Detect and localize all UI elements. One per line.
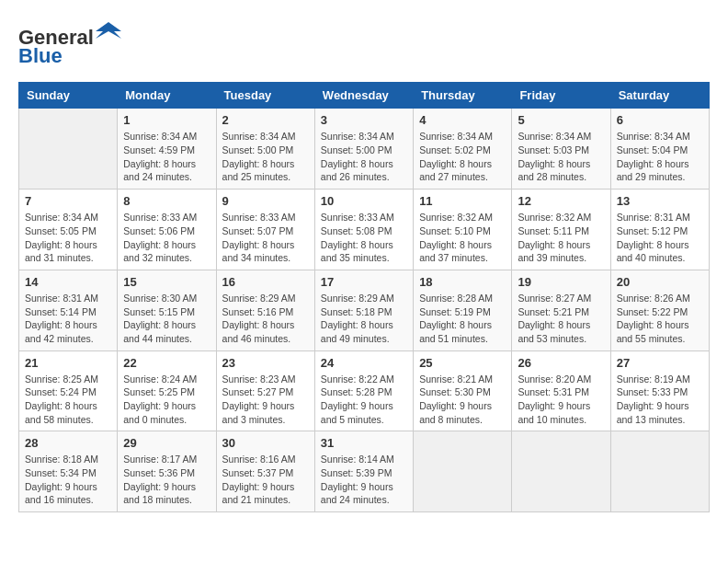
weekday-header-thursday: Thursday — [414, 83, 512, 109]
calendar-cell: 21Sunrise: 8:25 AMSunset: 5:24 PMDayligh… — [19, 350, 118, 431]
cell-content: Sunrise: 8:34 AMSunset: 4:59 PMDaylight:… — [123, 130, 210, 184]
calendar-cell: 17Sunrise: 8:29 AMSunset: 5:18 PMDayligh… — [314, 270, 413, 350]
calendar-cell: 13Sunrise: 8:31 AMSunset: 5:12 PMDayligh… — [610, 190, 709, 270]
cell-content: Sunrise: 8:17 AMSunset: 5:36 PMDaylight:… — [123, 453, 210, 507]
calendar-week-3: 14Sunrise: 8:31 AMSunset: 5:14 PMDayligh… — [19, 270, 710, 350]
cell-content: Sunrise: 8:19 AMSunset: 5:33 PMDaylight:… — [617, 373, 703, 427]
calendar-week-2: 7Sunrise: 8:34 AMSunset: 5:05 PMDaylight… — [19, 190, 710, 270]
page-header: General Blue — [18, 18, 710, 67]
day-number: 10 — [321, 194, 407, 208]
calendar-cell: 25Sunrise: 8:21 AMSunset: 5:30 PMDayligh… — [414, 350, 512, 431]
calendar-week-4: 21Sunrise: 8:25 AMSunset: 5:24 PMDayligh… — [19, 350, 710, 431]
svg-marker-0 — [96, 22, 121, 39]
calendar-cell: 7Sunrise: 8:34 AMSunset: 5:05 PMDaylight… — [19, 190, 118, 270]
day-number: 26 — [518, 356, 604, 370]
cell-content: Sunrise: 8:18 AMSunset: 5:34 PMDaylight:… — [25, 453, 111, 507]
day-number: 8 — [123, 194, 210, 208]
day-number: 14 — [25, 275, 111, 289]
calendar-cell: 18Sunrise: 8:28 AMSunset: 5:19 PMDayligh… — [414, 270, 512, 350]
weekday-header-wednesday: Wednesday — [314, 83, 413, 109]
calendar-week-5: 28Sunrise: 8:18 AMSunset: 5:34 PMDayligh… — [19, 431, 710, 512]
calendar-cell — [414, 431, 512, 512]
calendar-week-1: 1Sunrise: 8:34 AMSunset: 4:59 PMDaylight… — [19, 109, 710, 190]
calendar-cell: 24Sunrise: 8:22 AMSunset: 5:28 PMDayligh… — [314, 350, 413, 431]
calendar-cell: 10Sunrise: 8:33 AMSunset: 5:08 PMDayligh… — [314, 190, 413, 270]
weekday-header-sunday: Sunday — [19, 83, 118, 109]
cell-content: Sunrise: 8:33 AMSunset: 5:06 PMDaylight:… — [123, 211, 210, 265]
cell-content: Sunrise: 8:20 AMSunset: 5:31 PMDaylight:… — [518, 373, 604, 427]
weekday-header-row: SundayMondayTuesdayWednesdayThursdayFrid… — [19, 83, 710, 109]
calendar-cell: 4Sunrise: 8:34 AMSunset: 5:02 PMDaylight… — [414, 109, 512, 190]
cell-content: Sunrise: 8:31 AMSunset: 5:14 PMDaylight:… — [25, 292, 111, 346]
cell-content: Sunrise: 8:34 AMSunset: 5:00 PMDaylight:… — [321, 130, 407, 184]
cell-content: Sunrise: 8:16 AMSunset: 5:37 PMDaylight:… — [222, 453, 309, 507]
day-number: 3 — [321, 113, 407, 127]
calendar-cell: 3Sunrise: 8:34 AMSunset: 5:00 PMDaylight… — [314, 109, 413, 190]
day-number: 5 — [518, 113, 604, 127]
day-number: 16 — [222, 275, 309, 289]
calendar-cell — [512, 431, 610, 512]
cell-content: Sunrise: 8:25 AMSunset: 5:24 PMDaylight:… — [25, 373, 111, 427]
cell-content: Sunrise: 8:29 AMSunset: 5:16 PMDaylight:… — [222, 292, 309, 346]
day-number: 18 — [419, 275, 506, 289]
calendar-cell: 12Sunrise: 8:32 AMSunset: 5:11 PMDayligh… — [512, 190, 610, 270]
calendar-cell: 29Sunrise: 8:17 AMSunset: 5:36 PMDayligh… — [118, 431, 216, 512]
day-number: 21 — [25, 356, 111, 370]
cell-content: Sunrise: 8:32 AMSunset: 5:11 PMDaylight:… — [518, 211, 604, 265]
calendar-cell: 15Sunrise: 8:30 AMSunset: 5:15 PMDayligh… — [118, 270, 216, 350]
day-number: 15 — [123, 275, 210, 289]
day-number: 22 — [123, 356, 210, 370]
calendar-cell — [19, 109, 118, 190]
calendar-cell: 1Sunrise: 8:34 AMSunset: 4:59 PMDaylight… — [118, 109, 216, 190]
day-number: 19 — [518, 275, 604, 289]
day-number: 1 — [123, 113, 210, 127]
calendar-cell: 28Sunrise: 8:18 AMSunset: 5:34 PMDayligh… — [19, 431, 118, 512]
calendar-cell: 19Sunrise: 8:27 AMSunset: 5:21 PMDayligh… — [512, 270, 610, 350]
day-number: 23 — [222, 356, 309, 370]
calendar-cell: 22Sunrise: 8:24 AMSunset: 5:25 PMDayligh… — [118, 350, 216, 431]
day-number: 28 — [25, 436, 111, 450]
cell-content: Sunrise: 8:34 AMSunset: 5:00 PMDaylight:… — [222, 130, 309, 184]
weekday-header-tuesday: Tuesday — [216, 83, 314, 109]
cell-content: Sunrise: 8:34 AMSunset: 5:03 PMDaylight:… — [518, 130, 604, 184]
day-number: 20 — [617, 275, 703, 289]
weekday-header-monday: Monday — [118, 83, 216, 109]
logo: General Blue — [18, 18, 121, 67]
calendar-cell: 26Sunrise: 8:20 AMSunset: 5:31 PMDayligh… — [512, 350, 610, 431]
calendar-cell: 31Sunrise: 8:14 AMSunset: 5:39 PMDayligh… — [314, 431, 413, 512]
calendar-table: SundayMondayTuesdayWednesdayThursdayFrid… — [18, 82, 710, 512]
day-number: 27 — [617, 356, 703, 370]
cell-content: Sunrise: 8:31 AMSunset: 5:12 PMDaylight:… — [617, 211, 703, 265]
calendar-cell: 16Sunrise: 8:29 AMSunset: 5:16 PMDayligh… — [216, 270, 314, 350]
day-number: 13 — [617, 194, 703, 208]
calendar-cell: 11Sunrise: 8:32 AMSunset: 5:10 PMDayligh… — [414, 190, 512, 270]
day-number: 31 — [321, 436, 407, 450]
calendar-cell: 2Sunrise: 8:34 AMSunset: 5:00 PMDaylight… — [216, 109, 314, 190]
cell-content: Sunrise: 8:21 AMSunset: 5:30 PMDaylight:… — [419, 373, 506, 427]
calendar-cell: 27Sunrise: 8:19 AMSunset: 5:33 PMDayligh… — [610, 350, 709, 431]
calendar-cell: 23Sunrise: 8:23 AMSunset: 5:27 PMDayligh… — [216, 350, 314, 431]
cell-content: Sunrise: 8:29 AMSunset: 5:18 PMDaylight:… — [321, 292, 407, 346]
calendar-cell: 8Sunrise: 8:33 AMSunset: 5:06 PMDaylight… — [118, 190, 216, 270]
calendar-cell: 30Sunrise: 8:16 AMSunset: 5:37 PMDayligh… — [216, 431, 314, 512]
calendar-cell: 14Sunrise: 8:31 AMSunset: 5:14 PMDayligh… — [19, 270, 118, 350]
cell-content: Sunrise: 8:33 AMSunset: 5:08 PMDaylight:… — [321, 211, 407, 265]
day-number: 24 — [321, 356, 407, 370]
cell-content: Sunrise: 8:27 AMSunset: 5:21 PMDaylight:… — [518, 292, 604, 346]
cell-content: Sunrise: 8:22 AMSunset: 5:28 PMDaylight:… — [321, 373, 407, 427]
day-number: 25 — [419, 356, 506, 370]
day-number: 17 — [321, 275, 407, 289]
day-number: 29 — [123, 436, 210, 450]
calendar-cell: 9Sunrise: 8:33 AMSunset: 5:07 PMDaylight… — [216, 190, 314, 270]
day-number: 7 — [25, 194, 111, 208]
logo-bird-icon — [96, 18, 121, 44]
cell-content: Sunrise: 8:32 AMSunset: 5:10 PMDaylight:… — [419, 211, 506, 265]
cell-content: Sunrise: 8:30 AMSunset: 5:15 PMDaylight:… — [123, 292, 210, 346]
day-number: 11 — [419, 194, 506, 208]
logo-blue-text: Blue — [18, 44, 63, 67]
calendar-cell: 5Sunrise: 8:34 AMSunset: 5:03 PMDaylight… — [512, 109, 610, 190]
cell-content: Sunrise: 8:26 AMSunset: 5:22 PMDaylight:… — [617, 292, 703, 346]
cell-content: Sunrise: 8:34 AMSunset: 5:02 PMDaylight:… — [419, 130, 506, 184]
calendar-cell: 6Sunrise: 8:34 AMSunset: 5:04 PMDaylight… — [610, 109, 709, 190]
cell-content: Sunrise: 8:34 AMSunset: 5:05 PMDaylight:… — [25, 211, 111, 265]
